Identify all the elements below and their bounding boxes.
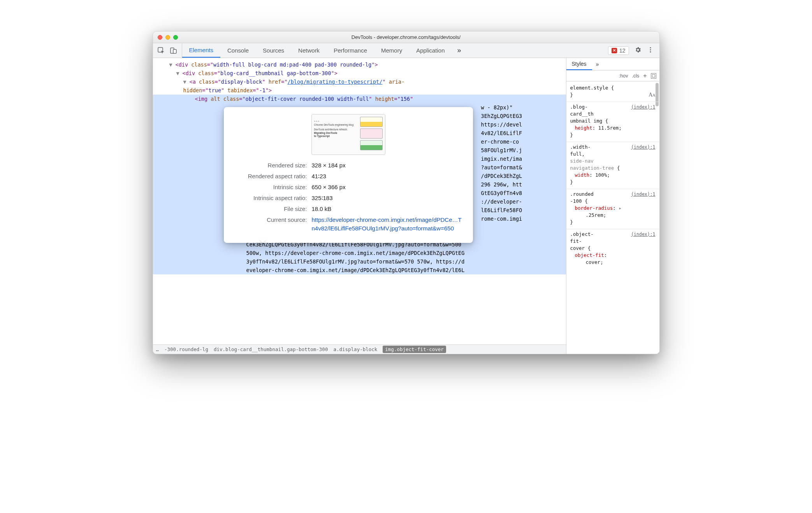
tt-label: Intrinsic size: [233, 183, 307, 191]
dom-node[interactable]: ▼<div class="width-full blog-card md:pad… [162, 60, 566, 69]
svg-rect-2 [173, 49, 176, 53]
dom-node[interactable]: ▼<a class="display-block" href="/blog/mi… [162, 77, 566, 86]
inspect-element-icon[interactable] [158, 47, 165, 54]
source-link[interactable]: (index):1 [631, 104, 655, 111]
image-info-tooltip: Chrome DevTools engineering blog DevTool… [224, 107, 473, 243]
style-rule[interactable]: (index):1 .blog-card__thumbnail img { he… [566, 102, 659, 142]
tt-value: 18.0 kB [312, 205, 464, 213]
tt-value: 41∶23 [312, 172, 464, 181]
hov-toggle[interactable]: :hov [619, 73, 628, 79]
tab-application[interactable]: Application [409, 43, 452, 58]
devtools-window: DevTools - developer.chrome.com/tags/dev… [153, 31, 660, 354]
tt-label: Rendered aspect ratio: [233, 172, 307, 181]
tt-label: Current source: [233, 216, 307, 233]
titlebar: DevTools - developer.chrome.com/tags/dev… [153, 32, 659, 43]
tt-value-link[interactable]: https://developer-chrome-com.imgix.net/i… [312, 216, 464, 233]
style-rule[interactable]: (index):1 .width-full,side-navnavigation… [566, 142, 659, 189]
svg-point-5 [650, 51, 651, 52]
dom-pane: ••• ▼<div class="width-full blog-card md… [153, 58, 566, 354]
dom-node[interactable]: ▼<div class="blog-card__thumbnail gap-bo… [162, 69, 566, 77]
rule-selector: element.style { [570, 85, 614, 91]
styles-filter-bar: :hov .cls + [566, 70, 659, 81]
new-rule-icon[interactable]: + [643, 72, 647, 79]
tab-network[interactable]: Network [291, 43, 327, 58]
style-rule[interactable]: element.style { AA } [566, 83, 659, 102]
tt-value: 325∶183 [312, 194, 464, 202]
tt-value: 328 × 184 px [312, 161, 464, 170]
tab-console[interactable]: Console [220, 43, 256, 58]
dom-node-cont[interactable]: hidden="true" tabindex="-1"> [162, 86, 566, 95]
error-badge[interactable]: ✕ 12 [608, 46, 629, 55]
tab-sources[interactable]: Sources [256, 43, 291, 58]
tt-value: 650 × 366 px [312, 183, 464, 191]
tt-label: Rendered size: [233, 161, 307, 170]
error-count: 12 [619, 47, 626, 54]
breadcrumb-item[interactable]: div.blog-card__thumbnail.gap-bottom-300 [214, 346, 328, 352]
dom-node-selected[interactable]: <img alt class="object-fit-cover rounded… [153, 95, 566, 103]
svg-point-3 [650, 47, 651, 48]
tab-elements[interactable]: Elements [182, 43, 221, 58]
source-link[interactable]: (index):1 [631, 191, 655, 198]
window-title: DevTools - developer.chrome.com/tags/dev… [153, 34, 659, 40]
box-model-icon[interactable] [651, 73, 656, 79]
breadcrumb[interactable]: … -300.rounded-lg div.blog-card__thumbna… [153, 344, 566, 354]
tab-memory[interactable]: Memory [374, 43, 409, 58]
settings-icon[interactable] [634, 46, 642, 55]
font-icon[interactable]: AA [649, 91, 655, 99]
menu-icon[interactable] [647, 46, 654, 55]
tt-label: Intrinsic aspect ratio: [233, 194, 307, 202]
styles-pane: Styles » :hov .cls + element.style { AA … [566, 58, 659, 354]
style-rule[interactable]: (index):1 .rounded-100 { border-radius: … [566, 189, 659, 229]
svg-point-4 [650, 49, 651, 50]
tab-styles[interactable]: Styles [566, 58, 592, 70]
style-rule[interactable]: (index):1 .object-fit-cover { object-fit… [566, 229, 659, 269]
tt-label: File size: [233, 205, 307, 213]
tabs-overflow-icon[interactable]: » [452, 43, 467, 58]
tab-performance[interactable]: Performance [327, 43, 374, 58]
breadcrumb-item[interactable]: -300.rounded-lg [164, 346, 208, 352]
toolbar: Elements Console Sources Network Perform… [153, 43, 659, 58]
cls-toggle[interactable]: .cls [632, 73, 639, 79]
breadcrumb-item[interactable]: a.display-block [333, 346, 377, 352]
tooltip-thumbnail: Chrome DevTools engineering blog DevTool… [311, 114, 385, 155]
styles-tabs-overflow-icon[interactable]: » [592, 58, 603, 70]
error-icon: ✕ [612, 48, 617, 53]
source-link[interactable]: (index):1 [631, 231, 655, 238]
breadcrumb-item-selected[interactable]: img.object-fit-cover [383, 346, 446, 353]
device-toolbar-icon[interactable] [170, 47, 177, 54]
source-link[interactable]: (index):1 [631, 144, 655, 151]
breadcrumb-more[interactable]: … [156, 346, 159, 352]
